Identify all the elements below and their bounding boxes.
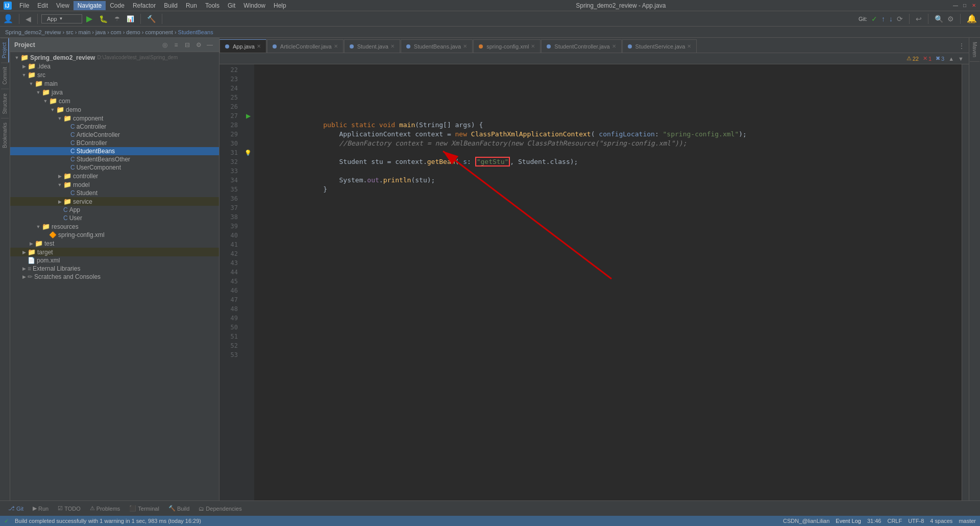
bottom-problems[interactable]: ⚠ Problems (86, 504, 124, 513)
tree-model[interactable]: ▼ 📁 model (10, 180, 219, 189)
tree-target[interactable]: ▶ 📁 target (10, 248, 219, 256)
scroll-up-icon[interactable]: ▲ (948, 56, 954, 62)
tab-studentbeans-java[interactable]: StudentBeans.java ✕ (401, 39, 473, 53)
sidebar-item-bookmarks[interactable]: Bookmarks (1, 118, 9, 152)
user-icon[interactable]: 👤 (3, 14, 13, 23)
tab-close-3[interactable]: ✕ (463, 43, 467, 49)
git-pull-icon[interactable]: ↓ (889, 15, 893, 23)
tree-App[interactable]: ▶ C App (10, 206, 219, 214)
bottom-git[interactable]: ⎇ Git (4, 504, 28, 513)
tree-pom[interactable]: ▶ 📄 pom.xml (10, 256, 219, 265)
breadcrumb-part-4[interactable]: com (111, 29, 121, 35)
notifications-icon[interactable]: 🔔 (967, 14, 977, 23)
tree-settings-btn[interactable]: ⚙ (193, 40, 204, 50)
error-badge[interactable]: ✕ 1 (923, 55, 932, 62)
tab-article-controller[interactable]: ArticleController.java ✕ (267, 39, 344, 53)
tree-resources[interactable]: ▼ 📁 resources (10, 222, 219, 231)
menu-refactor[interactable]: Refactor (129, 1, 160, 10)
tree-external-libs[interactable]: ▶ ≡ External Libraries (10, 265, 219, 273)
tree-com[interactable]: ▼ 📁 com (10, 97, 219, 105)
close-button[interactable]: ✕ (970, 2, 978, 10)
run-gutter-27[interactable]: ▶ (242, 111, 254, 121)
settings-icon[interactable]: ⚙ (947, 15, 954, 23)
bottom-run[interactable]: ▶ Run (29, 504, 53, 513)
back-button[interactable]: ◀ (23, 14, 34, 24)
tree-root[interactable]: ▼ 📁 Spring_demo2_review D:\Java\code\tes… (10, 53, 219, 62)
menu-tools[interactable]: Tools (201, 1, 224, 10)
bottom-build[interactable]: 🔨 Build (164, 504, 193, 513)
tab-close-4[interactable]: ✕ (531, 43, 535, 49)
tree-component[interactable]: ▼ 📁 component (10, 114, 219, 123)
tree-service[interactable]: ▶ 📁 service (10, 197, 219, 206)
breadcrumb-part-6[interactable]: component (145, 29, 173, 35)
menu-build[interactable]: Build (160, 1, 182, 10)
tab-close-5[interactable]: ✕ (612, 43, 616, 49)
breadcrumb-part-0[interactable]: Spring_demo2_review (5, 29, 61, 35)
tab-close-1[interactable]: ✕ (334, 43, 338, 49)
indent[interactable]: 4 spaces (930, 518, 952, 524)
tree-Student[interactable]: ▶ C Student (10, 189, 219, 197)
scroll-down-icon[interactable]: ▼ (958, 56, 964, 62)
warning-badge[interactable]: ⚠ 22 (906, 55, 919, 62)
encoding[interactable]: UTF-8 (908, 518, 924, 524)
run-config[interactable]: App ▼ (41, 14, 82, 23)
menu-run[interactable]: Run (182, 1, 201, 10)
sidebar-item-structure[interactable]: Structure (1, 89, 9, 118)
tab-student-java[interactable]: Student.java ✕ (344, 39, 400, 53)
build-icon[interactable]: 🔨 (144, 14, 158, 24)
git-fetch-icon[interactable]: ⟳ (897, 15, 903, 23)
editor-content[interactable]: 22 23 24 25 26 27 28 29 30 31 32 33 34 3… (219, 64, 969, 500)
tree-StudentBeansOther[interactable]: ▶ C StudentBeansOther (10, 155, 219, 163)
menu-edit[interactable]: Edit (33, 1, 52, 10)
tree-collapse-btn[interactable]: ≡ (171, 40, 181, 50)
git-check-icon[interactable]: ✓ (871, 15, 877, 23)
tree-main[interactable]: ▼ 📁 main (10, 79, 219, 88)
tree-expand-btn[interactable]: ⊟ (182, 40, 192, 50)
menu-navigate[interactable]: Navigate (74, 1, 106, 10)
tab-student-controller[interactable]: StudentController.java ✕ (541, 39, 621, 53)
sidebar-item-project[interactable]: Project (1, 38, 9, 62)
coverage-button[interactable]: ☂ (112, 14, 122, 23)
menu-view[interactable]: View (52, 1, 74, 10)
breadcrumb-part-2[interactable]: main (78, 29, 90, 35)
profile-button[interactable]: 📊 (124, 14, 137, 23)
tab-spring-config[interactable]: spring-config.xml ✕ (473, 39, 541, 53)
tree-UserComponent[interactable]: ▶ C UserComponent (10, 163, 219, 172)
event-log[interactable]: Event Log (836, 518, 861, 524)
tree-demo[interactable]: ▼ 📁 demo (10, 105, 219, 114)
git-branch[interactable]: master (959, 518, 976, 524)
tree-hide-btn[interactable]: — (205, 40, 215, 50)
debug-button[interactable]: 🐛 (96, 14, 110, 24)
editor-scrollbar[interactable] (962, 64, 969, 500)
minimize-button[interactable]: — (951, 2, 960, 10)
menu-git[interactable]: Git (224, 1, 239, 10)
tree-StudentBeans[interactable]: ▶ C StudentBeans (10, 147, 219, 155)
tree-spring-config[interactable]: ▶ 🔶 spring-config.xml (10, 231, 219, 239)
tree-ArticleController[interactable]: ▶ C ArticleController (10, 131, 219, 139)
menu-file[interactable]: File (15, 1, 33, 10)
git-push-icon[interactable]: ↑ (881, 15, 885, 23)
tab-app-java[interactable]: App.java ✕ (219, 39, 266, 53)
warn-gutter-31[interactable]: 💡 (242, 148, 254, 157)
tree-test[interactable]: ▶ 📁 test (10, 239, 219, 248)
menu-code[interactable]: Code (106, 1, 129, 10)
tab-close-6[interactable]: ✕ (687, 43, 691, 49)
code-content[interactable]: public static void main(String[] args) {… (254, 64, 962, 500)
tab-student-service[interactable]: StudentService.java ✕ (622, 39, 697, 53)
menu-help[interactable]: Help (270, 1, 290, 10)
menu-window[interactable]: Window (239, 1, 270, 10)
tree-BController[interactable]: ▶ C BController (10, 139, 219, 147)
crlf[interactable]: CRLF (887, 518, 902, 524)
tree-scratches[interactable]: ▶ ✏ Scratches and Consoles (10, 273, 219, 281)
tree-controller[interactable]: ▶ 📁 controller (10, 172, 219, 180)
search-everywhere-icon[interactable]: 🔍 (935, 15, 943, 23)
info-badge[interactable]: ✖ 3 (936, 55, 944, 62)
bottom-terminal[interactable]: ⬛ Terminal (125, 504, 163, 513)
tree-scope-btn[interactable]: ◎ (160, 40, 170, 50)
breadcrumb-part-5[interactable]: demo (126, 29, 140, 35)
run-button[interactable]: ▶ (84, 13, 95, 25)
sidebar-item-maven[interactable]: Maven (970, 38, 979, 62)
tree-User[interactable]: ▶ C User (10, 214, 219, 222)
breadcrumb-part-1[interactable]: src (66, 29, 74, 35)
tab-close-0[interactable]: ✕ (257, 43, 261, 49)
